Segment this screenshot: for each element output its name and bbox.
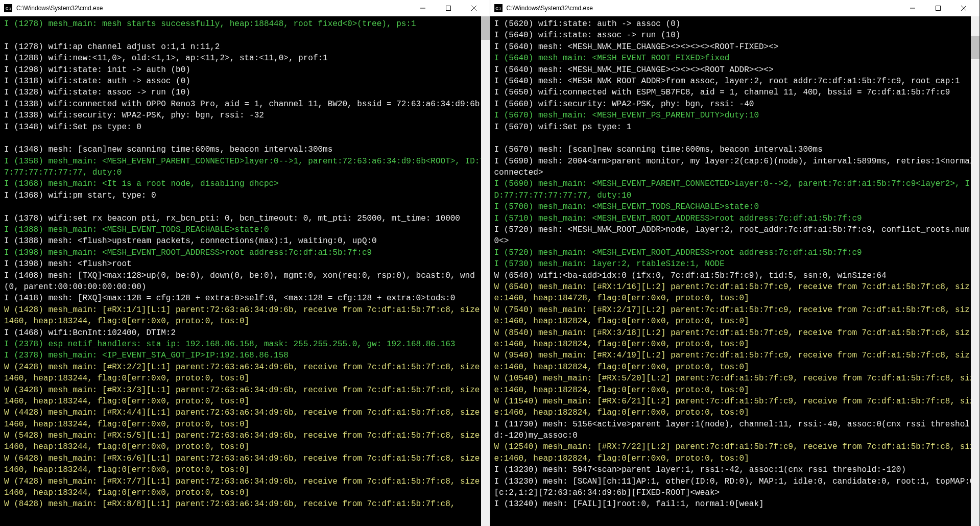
terminal-line: W (6540) wifi:<ba-add>idx:0 (ifx:0, 7c:d… [494, 270, 976, 281]
terminal-line: I (1388) mesh: <flush>upstream packets, … [4, 235, 486, 247]
terminal-line: W (5428) mesh_main: [#RX:5/5][L:1] paren… [4, 430, 486, 453]
terminal-window-right: C:\ C:\Windows\System32\cmd.exe I (5620)… [490, 0, 981, 526]
terminal-line: I (5710) mesh_main: <MESH_EVENT_ROOT_ADD… [494, 213, 976, 224]
terminal-line: I (5650) wifi:connected with ESPM_5B7FC8… [494, 87, 976, 98]
terminal-line: I (5640) mesh: <MESH_NWK_MIE_CHANGE><><>… [494, 64, 976, 76]
terminal-output[interactable]: I (5620) wifi:state: auth -> assoc (0)I … [490, 16, 980, 526]
window-controls [411, 0, 486, 16]
svg-rect-1 [446, 6, 450, 11]
terminal-line: I (1468) wifi:BcnInt:102400, DTIM:2 [4, 327, 486, 339]
terminal-line: I (1348) mesh: [scan]new scanning time:6… [4, 144, 486, 155]
terminal-line: I (1398) mesh: <flush>root [4, 258, 486, 270]
terminal-line: W (10540) mesh_main: [#RX:5/20][L:2] par… [494, 373, 976, 396]
terminal-line: I (1368) mesh_main: <It is a root node, … [4, 178, 486, 189]
terminal-line: I (5690) mesh: 2004<arm>parent monitor, … [494, 156, 976, 179]
window-controls [901, 0, 975, 16]
cmd-icon: C:\ [494, 4, 503, 12]
terminal-line: I (5730) mesh_main: layer:2, rtableSize:… [494, 258, 976, 270]
minimize-button[interactable] [411, 0, 435, 16]
terminal-line: W (7428) mesh_main: [#RX:7/7][L:1] paren… [4, 476, 486, 499]
terminal-line [4, 30, 486, 41]
terminal-line: I (13230) mesh: [SCAN][ch:11]AP:1, other… [494, 476, 976, 499]
window-title: C:\Windows\System32\cmd.exe [507, 5, 901, 12]
scrollbar-thumb[interactable] [481, 16, 490, 40]
terminal-line: W (12540) mesh_main: [#RX:7/22][L:2] par… [494, 441, 976, 464]
terminal-line: I (2378) esp_netif_handlers: sta ip: 192… [4, 339, 486, 350]
terminal-line [494, 133, 976, 144]
terminal-line: I (1328) wifi:state: assoc -> run (10) [4, 87, 486, 98]
terminal-line: I (2378) mesh_main: <IP_EVENT_STA_GOT_IP… [4, 350, 486, 361]
terminal-line: I (1298) wifi:state: init -> auth (b0) [4, 64, 486, 76]
terminal-line: I (1338) wifi:security: WPA2-PSK, phy: b… [4, 110, 486, 121]
terminal-line: I (5640) mesh: <MESH_NWK_ROOT_ADDR>from … [494, 76, 976, 87]
titlebar[interactable]: C:\ C:\Windows\System32\cmd.exe [490, 0, 980, 16]
minimize-button[interactable] [901, 0, 924, 16]
terminal-line: I (5660) wifi:security: WPA2-PSK, phy: b… [494, 99, 976, 110]
scrollbar[interactable] [971, 16, 979, 526]
terminal-line: I (13230) mesh: 5947<scan>parent layer:1… [494, 464, 976, 475]
scrollbar-thumb[interactable] [971, 36, 979, 59]
close-icon [961, 6, 966, 11]
terminal-line: W (7540) mesh_main: [#RX:2/17][L:2] pare… [494, 304, 976, 327]
terminal-line: I (5620) wifi:state: auth -> assoc (0) [494, 18, 976, 30]
minimize-icon [420, 6, 425, 11]
svg-rect-5 [936, 6, 941, 11]
terminal-line: W (8428) mesh_main: [#RX:8/8][L:1] paren… [4, 498, 486, 510]
terminal-line: I (1288) wifi:new:<11,0>, old:<1,1>, ap:… [4, 53, 486, 64]
terminal-line: I (5700) mesh_main: <MESH_EVENT_TODS_REA… [494, 201, 976, 212]
terminal-window-left: C:\ C:\Windows\System32\cmd.exe I (1278)… [0, 0, 490, 526]
close-button[interactable] [952, 0, 975, 16]
terminal-line: I (5640) wifi:state: assoc -> run (10) [494, 30, 976, 41]
terminal-line: W (11540) mesh_main: [#RX:6/21][L:2] par… [494, 396, 976, 419]
maximize-icon [446, 6, 451, 11]
terminal-line: I (1278) mesh_main: mesh starts successf… [4, 18, 486, 30]
terminal-line: W (4428) mesh_main: [#RX:4/4][L:1] paren… [4, 407, 486, 430]
close-button[interactable] [462, 0, 486, 16]
terminal-line: W (8540) mesh_main: [#RX:3/18][L:2] pare… [494, 327, 976, 350]
terminal-line: I (5670) wifi:Set ps type: 1 [494, 122, 976, 133]
scrollbar[interactable] [481, 16, 490, 526]
titlebar[interactable]: C:\ C:\Windows\System32\cmd.exe [0, 0, 490, 16]
terminal-line: W (6428) mesh_main: [#RX:6/6][L:1] paren… [4, 453, 486, 476]
minimize-icon [910, 6, 915, 11]
terminal-line: I (1358) mesh_main: <MESH_EVENT_PARENT_C… [4, 156, 486, 179]
terminal-line: W (9540) mesh_main: [#RX:4/19][L:2] pare… [494, 350, 976, 373]
terminal-line: I (1418) mesh: [RXQ]<max:128 = cfg:128 +… [4, 293, 486, 304]
terminal-line: W (1428) mesh_main: [#RX:1/1][L:1] paren… [4, 304, 486, 327]
terminal-line: I (1398) mesh_main: <MESH_EVENT_ROOT_ADD… [4, 247, 486, 258]
terminal-line: W (2428) mesh_main: [#RX:2/2][L:1] paren… [4, 362, 486, 385]
terminal-line: I (5720) mesh: <MESH_NWK_ROOT_ADDR>node,… [494, 224, 976, 247]
maximize-icon [936, 6, 941, 11]
maximize-button[interactable] [926, 0, 950, 16]
window-title: C:\Windows\System32\cmd.exe [16, 5, 411, 12]
terminal-line [4, 133, 486, 144]
terminal-output[interactable]: I (1278) mesh_main: mesh starts successf… [0, 16, 490, 526]
terminal-line: I (5640) mesh_main: <MESH_EVENT_ROOT_FIX… [494, 53, 976, 64]
terminal-line: I (1388) mesh_main: <MESH_EVENT_TODS_REA… [4, 224, 486, 235]
terminal-line: I (11730) mesh: 5156<active>parent layer… [494, 419, 976, 442]
terminal-line: W (3428) mesh_main: [#RX:3/3][L:1] paren… [4, 385, 486, 408]
terminal-line: I (5670) mesh_main: <MESH_EVENT_PS_PAREN… [494, 110, 976, 121]
terminal-line: I (5720) mesh_main: <MESH_EVENT_ROOT_ADD… [494, 247, 976, 258]
terminal-line: I (1318) wifi:state: auth -> assoc (0) [4, 76, 486, 87]
terminal-line: I (5670) mesh: [scan]new scanning time:6… [494, 144, 976, 155]
terminal-line: I (1368) wifi:pm start, type: 0 [4, 190, 486, 201]
maximize-button[interactable] [437, 0, 460, 16]
terminal-line: I (5640) mesh: <MESH_NWK_MIE_CHANGE><><>… [494, 41, 976, 53]
terminal-line: I (13240) mesh: [FAIL][1]root:0, fail:1,… [494, 498, 976, 510]
terminal-line: I (1338) wifi:connected with OPPO Reno3 … [4, 99, 486, 110]
close-icon [471, 6, 476, 11]
terminal-line: I (1408) mesh: [TXQ]<max:128>up(0, be:0)… [4, 270, 486, 293]
terminal-line: I (1278) wifi:ap channel adjust o:1,1 n:… [4, 41, 486, 53]
terminal-line: I (5690) mesh_main: <MESH_EVENT_PARENT_C… [494, 178, 976, 201]
terminal-line [4, 201, 486, 212]
terminal-line: I (1378) wifi:set rx beacon pti, rx_bcn_… [4, 213, 486, 224]
terminal-line: W (6540) mesh_main: [#RX:1/16][L:2] pare… [494, 281, 976, 304]
cmd-icon: C:\ [4, 4, 12, 12]
terminal-line: I (1348) wifi:Set ps type: 0 [4, 122, 486, 133]
